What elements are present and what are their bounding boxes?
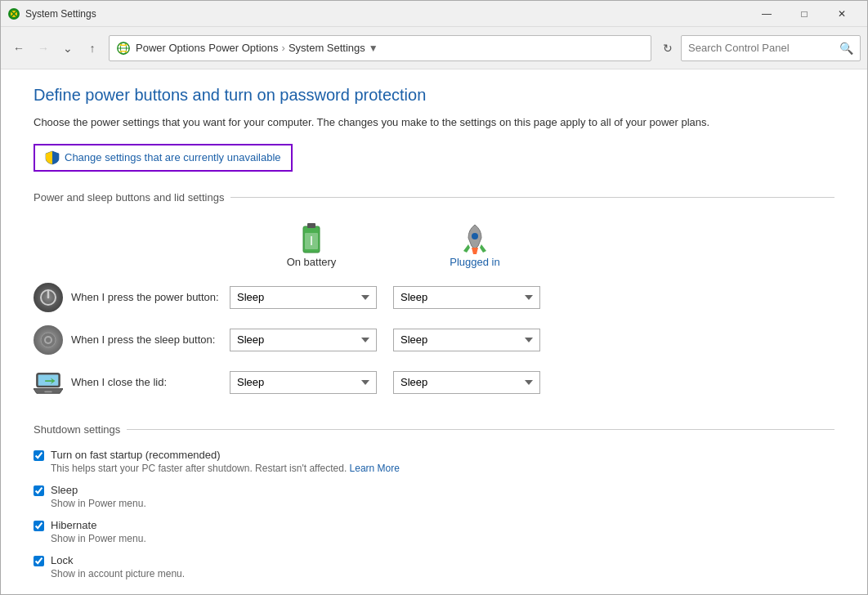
lid-plugged-cell: Sleep Hibernate Shut down Turn off the d… bbox=[393, 361, 557, 404]
power-plugged-cell: Sleep Hibernate Shut down Turn off the d… bbox=[393, 276, 557, 319]
close-button[interactable]: ✕ bbox=[823, 1, 861, 27]
titlebar-icon bbox=[7, 7, 20, 20]
minimize-button[interactable]: — bbox=[748, 1, 785, 27]
search-input[interactable] bbox=[688, 42, 839, 54]
lid-plugged-select[interactable]: Sleep Hibernate Shut down Turn off the d… bbox=[393, 371, 540, 394]
change-settings-button[interactable]: Change settings that are currently unava… bbox=[34, 144, 293, 172]
svg-rect-17 bbox=[44, 391, 51, 392]
sleep-shutdown-label: Sleep bbox=[51, 484, 146, 496]
hibernate-checkbox[interactable] bbox=[34, 521, 44, 531]
sleep-shutdown-item: Sleep Show in Power menu. bbox=[34, 484, 834, 509]
grid-header-plugged: Plugged in bbox=[393, 217, 557, 276]
settings-grid: On battery Plugged in bbox=[34, 217, 834, 404]
svg-point-9 bbox=[472, 233, 478, 239]
lock-label: Lock bbox=[51, 554, 185, 566]
col-plugged-label: Plugged in bbox=[450, 256, 499, 268]
shutdown-section-label: Shutdown settings bbox=[34, 423, 120, 436]
lock-desc: Show in account picture menu. bbox=[51, 568, 185, 579]
lock-checkbox[interactable] bbox=[34, 556, 44, 566]
back-button[interactable]: ← bbox=[7, 37, 30, 60]
grid-header-empty bbox=[34, 217, 230, 276]
change-settings-link-text[interactable]: Change settings that are currently unava… bbox=[65, 151, 281, 163]
sleep-icon-svg bbox=[39, 331, 57, 349]
sleep-battery-cell: Sleep Hibernate Shut down Turn off the d… bbox=[230, 319, 393, 361]
fast-startup-checkbox[interactable] bbox=[34, 450, 44, 461]
hibernate-desc: Show in Power menu. bbox=[51, 533, 146, 544]
maximize-button[interactable]: □ bbox=[785, 1, 823, 27]
power-button-icon bbox=[34, 283, 63, 312]
power-battery-cell: Sleep Hibernate Shut down Turn off the d… bbox=[230, 276, 393, 319]
breadcrumb-current: System Settings bbox=[289, 42, 365, 54]
power-button-label: When I press the power button: bbox=[71, 291, 219, 303]
grid-header-battery: On battery bbox=[230, 217, 393, 276]
sleep-button-icon bbox=[34, 325, 63, 355]
address-bar: Power Options Power Options › System Set… bbox=[109, 35, 651, 61]
uac-shield-icon bbox=[45, 150, 60, 165]
fast-startup-label: Turn on fast startup (recommended) bbox=[51, 449, 400, 461]
lock-label-group: Lock Show in account picture menu. bbox=[51, 554, 185, 579]
lid-battery-cell: Sleep Hibernate Shut down Turn off the d… bbox=[230, 361, 393, 404]
lid-icon bbox=[34, 368, 63, 397]
svg-rect-6 bbox=[307, 223, 315, 228]
sleep-plugged-cell: Sleep Hibernate Shut down Turn off the d… bbox=[393, 319, 557, 361]
sleep-shutdown-desc: Show in Power menu. bbox=[51, 498, 146, 509]
window-title: System Settings bbox=[25, 8, 748, 20]
hibernate-item: Hibernate Show in Power menu. bbox=[34, 519, 834, 544]
fast-startup-item: Turn on fast startup (recommended) This … bbox=[34, 449, 834, 474]
content-area: Define power buttons and turn on passwor… bbox=[1, 69, 867, 594]
shutdown-section-header: Shutdown settings bbox=[34, 423, 834, 436]
fast-startup-desc: This helps start your PC faster after sh… bbox=[51, 463, 400, 474]
search-box: 🔍 bbox=[681, 35, 861, 61]
power-sleep-section-header: Power and sleep buttons and lid settings bbox=[34, 191, 834, 204]
lock-item: Lock Show in account picture menu. bbox=[34, 554, 834, 579]
lid-icon-svg bbox=[34, 369, 63, 396]
hibernate-label: Hibernate bbox=[51, 519, 146, 531]
breadcrumb-root[interactable]: Power Options bbox=[136, 42, 205, 54]
power-button-label-cell: When I press the power button: bbox=[34, 276, 230, 319]
learn-more-link[interactable]: Learn More bbox=[350, 463, 400, 474]
address-dropdown-button[interactable]: ▼ bbox=[365, 42, 382, 54]
lid-battery-select[interactable]: Sleep Hibernate Shut down Turn off the d… bbox=[230, 371, 377, 394]
battery-icon bbox=[297, 217, 326, 256]
breadcrumb-root-label[interactable]: Power Options bbox=[208, 42, 278, 54]
window-controls: — □ ✕ bbox=[748, 1, 861, 27]
page-description: Choose the power settings that you want … bbox=[34, 114, 834, 131]
svg-point-14 bbox=[46, 338, 51, 342]
sleep-checkbox[interactable] bbox=[34, 485, 44, 496]
power-sleep-section-label: Power and sleep buttons and lid settings bbox=[34, 191, 224, 204]
sleep-battery-select[interactable]: Sleep Hibernate Shut down Turn off the d… bbox=[230, 329, 377, 351]
fast-startup-label-group: Turn on fast startup (recommended) This … bbox=[51, 449, 400, 474]
recent-locations-button[interactable]: ⌄ bbox=[56, 37, 79, 60]
lid-label-cell: When I close the lid: bbox=[34, 361, 230, 404]
forward-button[interactable]: → bbox=[32, 37, 55, 60]
search-icon: 🔍 bbox=[839, 42, 853, 55]
breadcrumb-separator: › bbox=[282, 42, 285, 54]
up-button[interactable]: ↑ bbox=[81, 37, 104, 60]
lid-label: When I close the lid: bbox=[71, 376, 167, 388]
power-battery-select[interactable]: Sleep Hibernate Shut down Turn off the d… bbox=[230, 286, 377, 309]
hibernate-label-group: Hibernate Show in Power menu. bbox=[51, 519, 146, 544]
power-plugged-select[interactable]: Sleep Hibernate Shut down Turn off the d… bbox=[393, 286, 540, 309]
sleep-button-label: When I press the sleep button: bbox=[71, 333, 215, 346]
shutdown-section: Shutdown settings Turn on fast startup (… bbox=[34, 423, 834, 579]
col-battery-label: On battery bbox=[287, 256, 337, 268]
main-window: System Settings — □ ✕ ← → ⌄ ↑ Power Opti… bbox=[0, 0, 868, 595]
sleep-label-group: Sleep Show in Power menu. bbox=[51, 484, 146, 509]
refresh-button[interactable]: ↻ bbox=[656, 37, 679, 60]
page-title: Define power buttons and turn on passwor… bbox=[34, 86, 834, 105]
sleep-button-label-cell: When I press the sleep button: bbox=[34, 319, 230, 361]
address-globe-icon bbox=[116, 41, 131, 56]
plugged-icon bbox=[455, 223, 494, 256]
navbar: ← → ⌄ ↑ Power Options Power Options › Sy… bbox=[1, 27, 867, 69]
breadcrumb: Power Options Power Options › System Set… bbox=[136, 42, 365, 54]
sleep-plugged-select[interactable]: Sleep Hibernate Shut down Turn off the d… bbox=[393, 329, 540, 351]
titlebar: System Settings — □ ✕ bbox=[1, 1, 867, 27]
power-icon-svg bbox=[39, 289, 57, 306]
